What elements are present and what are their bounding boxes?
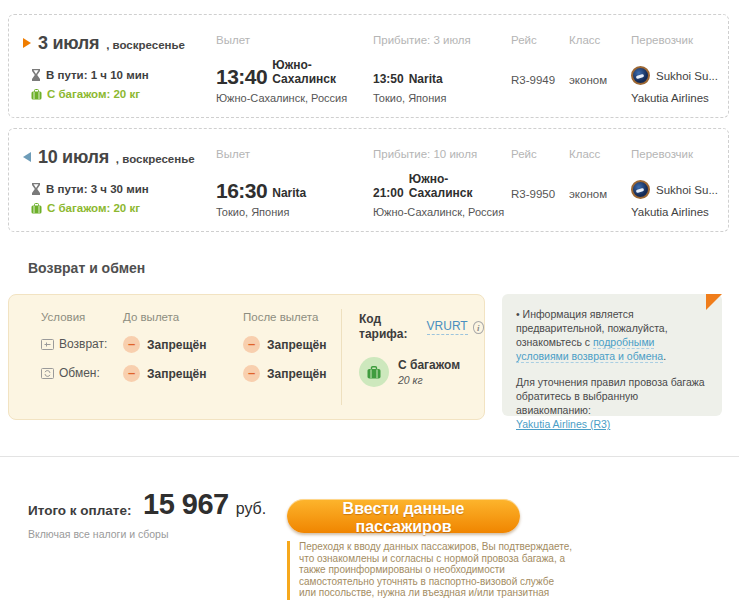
return-depart: 16:30 Narita Токио, Япония — [216, 177, 373, 220]
exchange-before-cell: – Запрещён — [123, 365, 243, 382]
rules-section-title: Возврат и обмен — [28, 260, 145, 276]
baggage-included-icon — [359, 357, 389, 387]
booking-disclaimer: Переходя к вводу данных пассажиров, Вы п… — [287, 541, 573, 600]
return-arrive-place: Южно-Сахалинск, Россия — [373, 206, 511, 219]
fare-baggage-weight: 20 кг — [398, 374, 460, 386]
outbound-arrive-city: Narita — [409, 72, 443, 88]
return-baggage: С багажом: 20 кг — [31, 201, 216, 215]
fare-code-link[interactable]: VRURT — [427, 319, 468, 335]
enter-passenger-data-button[interactable]: Ввести данные пассажиров — [287, 499, 520, 533]
rules-col-conditions: Условия — [41, 311, 123, 324]
outbound-duration: В пути: 1 ч 10 мин — [31, 68, 216, 82]
outbound-depart-time: 13:40 — [216, 66, 267, 88]
info-paragraph-2: Для уточнения правил провоза багажа обра… — [516, 375, 708, 431]
refund-before-cell: – Запрещён — [123, 336, 243, 353]
total-price-value: 15 967 — [143, 488, 229, 521]
refund-after-cell: – Запрещён — [243, 336, 355, 353]
class-header: Класс — [569, 147, 631, 168]
carrier-header: Перевозчик — [631, 147, 728, 168]
return-duration: В пути: 3 ч 30 мин — [31, 182, 216, 196]
outbound-date-day: 3 июля — [38, 33, 99, 54]
outbound-depart-city: Южно-Сахалинск — [272, 58, 373, 88]
depart-header: Вылет — [216, 147, 373, 168]
segment-outbound: 3 июля , воскресенье Вылет Прибытие: 3 и… — [8, 14, 729, 118]
return-depart-time: 16:30 — [216, 180, 267, 202]
fare-code-label: Код тарифа: — [359, 312, 422, 342]
flight-header: Рейс — [511, 33, 569, 54]
suitcase-icon — [31, 203, 42, 214]
class-header: Класс — [569, 33, 631, 54]
info-panel: • Информация является предварительной, п… — [502, 294, 722, 416]
outbound-date: 3 июля , воскресенье — [23, 33, 216, 54]
exchange-icon — [41, 368, 54, 379]
arrive-header: Прибытие: 10 июля — [373, 147, 511, 168]
arrive-header: Прибытие: 3 июля — [373, 33, 511, 54]
return-carrier: Sukhoi Su... Yakutia Airlines — [631, 177, 728, 220]
forbidden-icon: – — [123, 336, 140, 353]
return-carrier-name: Sukhoi Su... — [656, 184, 718, 196]
total-label: Итого к оплате: — [28, 503, 131, 518]
outbound-class: эконом — [569, 74, 607, 88]
refund-icon — [41, 339, 54, 350]
outbound-carrier: Sukhoi Su... Yakutia Airlines — [631, 63, 728, 106]
outbound-carrier-sub: Yakutia Airlines — [631, 92, 728, 104]
return-depart-city: Narita — [272, 186, 306, 202]
hourglass-icon — [31, 69, 41, 81]
return-arrive-time: 21:00 — [373, 186, 404, 202]
rules-col-after: После вылета — [243, 311, 355, 324]
suitcase-icon — [31, 89, 42, 100]
outbound-arrive-time: 13:50 — [373, 72, 404, 88]
outbound-flight-number: R3-9949 — [511, 74, 555, 88]
forbidden-icon: – — [243, 336, 260, 353]
outbound-carrier-name: Sukhoi Su... — [656, 70, 718, 82]
rules-col-before: До вылета — [123, 311, 243, 324]
info-paragraph-1: • Информация является предварительной, п… — [516, 307, 708, 363]
fare-rules-panel: Условия До вылета После вылета Возврат: … — [8, 294, 485, 420]
total-price-currency: руб. — [236, 500, 267, 518]
outbound-baggage: С багажом: 20 кг — [31, 87, 216, 101]
airline-logo-icon — [631, 66, 650, 85]
return-depart-place: Токио, Япония — [216, 206, 373, 219]
rules-divider — [341, 309, 342, 405]
carrier-header: Перевозчик — [631, 33, 728, 54]
folded-corner-icon — [706, 294, 722, 310]
return-arrive-city: Южно-Сахалинск — [409, 172, 511, 202]
outbound-arrive-place: Токио, Япония — [373, 92, 511, 105]
return-date-day: 10 июля — [38, 147, 109, 168]
outbound-meta: В пути: 1 ч 10 мин С багажом: 20 кг — [23, 68, 216, 106]
rule-row-refund-label: Возврат: — [41, 336, 123, 353]
fare-baggage: С багажом 20 кг — [359, 357, 484, 387]
outbound-depart: 13:40 Южно-Сахалинск Южно-Сахалинск, Рос… — [216, 63, 373, 106]
fare-baggage-title: С багажом — [398, 358, 460, 372]
forbidden-icon: – — [243, 365, 260, 382]
return-date-weekday: , воскресенье — [116, 153, 195, 165]
outbound-date-weekday: , воскресенье — [106, 39, 185, 51]
booking-summary-page: 3 июля , воскресенье Вылет Прибытие: 3 и… — [0, 0, 739, 600]
flight-header: Рейс — [511, 147, 569, 168]
exchange-after-cell: – Запрещён — [243, 365, 355, 382]
return-carrier-sub: Yakutia Airlines — [631, 206, 728, 218]
footer-divider — [0, 456, 739, 457]
fare-code-block: Код тарифа: VRURT i С багажом 20 кг — [359, 312, 484, 387]
hourglass-icon — [31, 183, 41, 195]
return-class: эконом — [569, 188, 607, 202]
total-note: Включая все налоги и сборы — [28, 528, 168, 540]
total-price: 15 967 руб. — [143, 488, 266, 521]
outbound-direction-icon — [23, 38, 31, 48]
outbound-depart-place: Южно-Сахалинск, Россия — [216, 92, 373, 105]
return-meta: В пути: 3 ч 30 мин С багажом: 20 кг — [23, 182, 216, 220]
outbound-arrive: 13:50 Narita Токио, Япония — [373, 63, 511, 106]
depart-header: Вылет — [216, 33, 373, 54]
airline-link[interactable]: Yakutia Airlines (R3) — [516, 418, 610, 430]
airline-logo-icon — [631, 180, 650, 199]
rule-row-exchange-label: Обмен: — [41, 365, 123, 382]
segment-return: 10 июля , воскресенье Вылет Прибытие: 10… — [8, 128, 729, 232]
return-direction-icon — [23, 152, 31, 162]
info-icon[interactable]: i — [473, 321, 484, 334]
return-date: 10 июля , воскресенье — [23, 147, 216, 168]
forbidden-icon: – — [123, 365, 140, 382]
return-flight-number: R3-9950 — [511, 188, 555, 202]
return-arrive: 21:00 Южно-Сахалинск Южно-Сахалинск, Рос… — [373, 177, 511, 220]
